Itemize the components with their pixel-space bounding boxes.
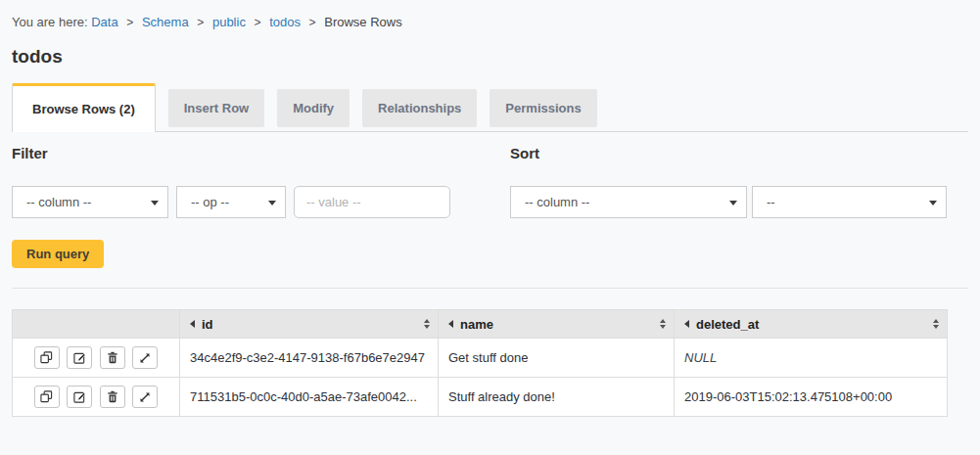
- chevron-down-icon: [151, 201, 159, 205]
- query-builder: Filter -- column -- -- op -- Sort -- col…: [12, 145, 968, 218]
- breadcrumb-prefix: You are here:: [12, 15, 88, 29]
- breadcrumb-link-public[interactable]: public: [212, 15, 246, 29]
- chevron-down-icon: [929, 201, 937, 205]
- delete-row-button[interactable]: [100, 386, 125, 408]
- column-header-id: id: [180, 310, 439, 339]
- column-header-name: name: [439, 310, 675, 339]
- sort-heading: Sort: [510, 145, 968, 161]
- clone-icon: [40, 351, 53, 364]
- filter-column-select-value: -- column --: [26, 195, 91, 209]
- trash-icon: [107, 390, 118, 403]
- tab-insert-row[interactable]: Insert Row: [168, 89, 264, 127]
- breadcrumb-separator: >: [255, 16, 261, 29]
- tab-modify-label: Modify: [293, 101, 334, 115]
- tab-browse-rows-label: Browse Rows (2): [32, 102, 135, 116]
- filter-heading: Filter: [12, 145, 450, 161]
- filter-column-select[interactable]: -- column --: [12, 186, 168, 218]
- sort-order-select-value: --: [767, 195, 775, 209]
- actions-column-header: [13, 310, 180, 339]
- breadcrumb: You are here: Data > Schema > public > t…: [12, 0, 968, 29]
- breadcrumb-separator: >: [197, 16, 204, 29]
- clone-row-button[interactable]: [34, 386, 60, 408]
- breadcrumb-link-data[interactable]: Data: [91, 15, 117, 29]
- filter-value-input[interactable]: [294, 186, 450, 218]
- cell-deleted-at: NULL: [675, 339, 948, 378]
- cell-id: 711531b5-0c0c-40d0-a5ae-73afe0042...: [180, 378, 439, 417]
- breadcrumb-link-todos[interactable]: todos: [269, 15, 301, 29]
- breadcrumb-separator: >: [126, 16, 133, 29]
- table-row: 711531b5-0c0c-40d0-a5ae-73afe0042... Stu…: [13, 378, 948, 417]
- column-header-deleted-at: deleted_at: [675, 310, 948, 339]
- sort-column-select-value: -- column --: [525, 195, 589, 209]
- breadcrumb-current: Browse Rows: [324, 15, 401, 29]
- edit-icon: [73, 351, 86, 364]
- clone-row-button[interactable]: [34, 346, 60, 369]
- tab-bar: Browse Rows (2) Insert Row Modify Relati…: [12, 83, 968, 132]
- section-divider: [12, 288, 968, 289]
- column-header-deleted-at-label: deleted_at: [696, 317, 759, 332]
- cell-id: 34c4e2f9-c3e2-4147-9138-f67b6e7e2947: [180, 339, 439, 378]
- filter-op-select[interactable]: -- op --: [176, 186, 286, 218]
- column-marker-icon: [190, 320, 195, 328]
- sort-order-select[interactable]: --: [752, 186, 947, 218]
- table-row: 34c4e2f9-c3e2-4147-9138-f67b6e7e2947 Get…: [13, 339, 948, 378]
- tab-relationships-label: Relationships: [378, 101, 461, 115]
- tab-permissions-label: Permissions: [505, 101, 581, 115]
- sort-toggle-icon[interactable]: [424, 319, 430, 329]
- results-table: id name deleted_at: [12, 309, 948, 417]
- page-title: todos: [12, 46, 968, 68]
- tab-modify[interactable]: Modify: [277, 89, 350, 127]
- trash-icon: [107, 351, 118, 364]
- cell-name: Stuff already done!: [439, 378, 675, 417]
- tab-browse-rows[interactable]: Browse Rows (2): [12, 83, 156, 132]
- column-header-name-label: name: [460, 317, 493, 332]
- filter-op-select-value: -- op --: [191, 195, 229, 209]
- sort-toggle-icon[interactable]: [660, 319, 666, 329]
- main-content: You are here: Data > Schema > public > t…: [0, 0, 980, 417]
- tab-insert-row-label: Insert Row: [184, 101, 249, 115]
- row-actions-cell: [13, 339, 180, 378]
- expand-icon: [139, 352, 151, 364]
- tab-relationships[interactable]: Relationships: [362, 89, 477, 127]
- expand-icon: [139, 391, 151, 403]
- filter-section: Filter -- column -- -- op --: [12, 145, 450, 218]
- column-header-id-label: id: [202, 317, 213, 332]
- table-header-row: id name deleted_at: [13, 310, 948, 339]
- cell-name: Get stuff done: [439, 339, 675, 378]
- edit-icon: [73, 390, 86, 403]
- column-marker-icon: [448, 320, 453, 328]
- column-marker-icon: [684, 320, 689, 328]
- row-actions-cell: [13, 378, 180, 417]
- sort-section: Sort -- column -- --: [510, 145, 968, 218]
- chevron-down-icon: [729, 201, 737, 205]
- delete-row-button[interactable]: [100, 346, 125, 369]
- sort-column-select[interactable]: -- column --: [510, 186, 747, 218]
- edit-row-button[interactable]: [67, 386, 92, 408]
- breadcrumb-separator: >: [309, 16, 316, 29]
- cell-deleted-at: 2019-06-03T15:02:13.475108+00:00: [675, 378, 948, 417]
- expand-row-button[interactable]: [132, 346, 158, 369]
- expand-row-button[interactable]: [132, 386, 158, 408]
- sort-toggle-icon[interactable]: [933, 319, 939, 329]
- tab-permissions[interactable]: Permissions: [490, 89, 596, 127]
- edit-row-button[interactable]: [67, 346, 92, 369]
- null-value: NULL: [684, 350, 717, 365]
- breadcrumb-link-schema[interactable]: Schema: [142, 15, 189, 29]
- chevron-down-icon: [268, 201, 276, 205]
- clone-icon: [40, 390, 53, 403]
- run-query-button[interactable]: Run query: [12, 240, 104, 268]
